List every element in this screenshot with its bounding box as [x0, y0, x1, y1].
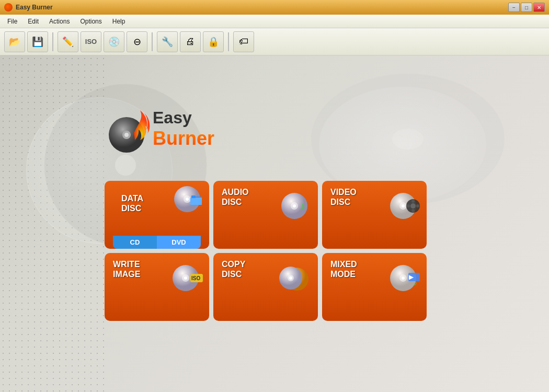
- menu-file[interactable]: File: [2, 16, 22, 27]
- logo-icon: [105, 108, 146, 149]
- menu-help[interactable]: Help: [107, 16, 131, 27]
- menu-bar: File Edit Actions Options Help: [0, 15, 549, 28]
- svg-point-23: [411, 209, 415, 212]
- menu-options[interactable]: Options: [75, 16, 107, 27]
- app-title: Easy Burner: [16, 4, 53, 11]
- svg-point-6: [124, 133, 129, 137]
- audio-disc-icon: ♪: [280, 191, 314, 225]
- svg-point-3: [392, 129, 424, 149]
- tag-button[interactable]: 🏷: [233, 31, 254, 52]
- drive-button[interactable]: 🖨: [180, 31, 201, 52]
- main-content: Easy Burner DATA DISC: [0, 55, 549, 392]
- toolbar: 📂 💾 ✏️ ISO 💿 ⊖ 🔧 🖨 🔒 🏷: [0, 28, 549, 55]
- svg-text:♪: ♪: [300, 200, 305, 213]
- save-button[interactable]: 💾: [27, 31, 48, 52]
- mixed-mode-icon: ▶ ♪: [388, 263, 422, 297]
- menu-edit[interactable]: Edit: [22, 16, 44, 27]
- video-disc-button[interactable]: VIDEO DISC: [322, 181, 427, 249]
- app-icon: [4, 3, 13, 11]
- close-button[interactable]: ✕: [533, 3, 545, 12]
- svg-text:♪: ♪: [414, 279, 417, 287]
- write-image-icon: ISO: [171, 263, 205, 297]
- svg-text:ISO: ISO: [191, 275, 200, 281]
- svg-point-24: [407, 204, 410, 207]
- logo-easy: Easy: [153, 108, 214, 128]
- svg-point-25: [416, 204, 419, 207]
- svg-point-39: [402, 276, 405, 280]
- logo-area: Easy Burner: [105, 108, 214, 149]
- write-image-button[interactable]: WRITE IMAGE: [105, 253, 209, 321]
- settings-button[interactable]: 🔧: [157, 31, 178, 52]
- edit-button[interactable]: ✏️: [58, 31, 78, 52]
- logo-burner: Burner: [153, 128, 214, 149]
- iso-button[interactable]: ISO: [81, 31, 101, 52]
- window-controls: − □ ✕: [508, 3, 545, 12]
- svg-point-9: [186, 198, 189, 201]
- action-buttons-grid: DATA DISC: [105, 181, 427, 321]
- menu-actions[interactable]: Actions: [44, 16, 75, 27]
- toolbar-separator-2: [152, 32, 153, 51]
- svg-point-19: [402, 204, 405, 207]
- disc-button[interactable]: 💿: [104, 31, 124, 52]
- svg-point-15: [293, 204, 296, 207]
- svg-point-1: [115, 155, 136, 176]
- title-bar: Easy Burner − □ ✕: [0, 0, 549, 15]
- svg-point-28: [184, 276, 187, 280]
- open-button[interactable]: 📂: [4, 31, 25, 52]
- erase-button[interactable]: ⊖: [127, 31, 147, 52]
- data-disc-icon: [173, 185, 204, 216]
- cd-tab[interactable]: CD: [113, 236, 157, 249]
- copy-disc-button[interactable]: COPY DISC: [213, 253, 318, 321]
- svg-point-21: [410, 203, 416, 209]
- cd-dvd-tabs: CD DVD: [113, 236, 201, 249]
- toolbar-separator-3: [228, 32, 229, 51]
- mixed-mode-button[interactable]: MIXED MODE: [322, 253, 427, 321]
- lock-button[interactable]: 🔒: [203, 31, 224, 52]
- logo-text: Easy Burner: [153, 108, 214, 149]
- svg-point-22: [411, 200, 415, 203]
- toolbar-separator-1: [52, 32, 53, 51]
- svg-point-36: [289, 276, 292, 280]
- svg-rect-12: [191, 195, 196, 198]
- maximize-button[interactable]: □: [521, 3, 532, 12]
- copy-disc-icon: [277, 263, 314, 297]
- data-disc-button[interactable]: DATA DISC: [105, 181, 209, 249]
- dvd-tab[interactable]: DVD: [157, 236, 201, 249]
- svg-rect-11: [190, 198, 202, 205]
- video-disc-icon: [388, 191, 422, 225]
- minimize-button[interactable]: −: [508, 3, 520, 12]
- audio-disc-button[interactable]: AUDIO DISC ♪: [213, 181, 318, 249]
